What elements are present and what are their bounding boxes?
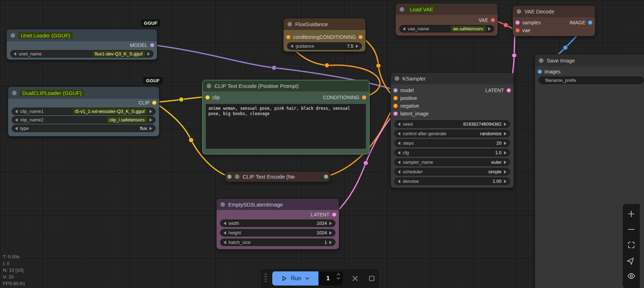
- widget-guidance[interactable]: guidance 7.5: [287, 42, 362, 50]
- spinner-up-icon[interactable]: [336, 273, 340, 276]
- decrement-arrow-icon[interactable]: [15, 127, 18, 130]
- decrement-arrow-icon[interactable]: [291, 44, 293, 48]
- images-input-port[interactable]: [537, 70, 542, 74]
- decrement-arrow-icon[interactable]: [398, 161, 400, 164]
- widget-height[interactable]: height 1024: [220, 229, 335, 236]
- fit-view-button[interactable]: [624, 237, 638, 253]
- reroute-dot-model[interactable]: [272, 66, 277, 70]
- decrement-arrow-icon[interactable]: [398, 132, 400, 136]
- widget-steps[interactable]: steps 20: [394, 139, 510, 147]
- decrement-arrow-icon[interactable]: [403, 27, 405, 31]
- positive-input-port[interactable]: [393, 96, 398, 101]
- collapsed-input-port[interactable]: [227, 174, 232, 179]
- latent-image-input-port[interactable]: [393, 112, 398, 116]
- stop-button[interactable]: [368, 275, 375, 282]
- increment-arrow-icon[interactable]: [150, 118, 152, 122]
- prompt-textarea[interactable]: anime woman, sensual pose, pink hair, bl…: [206, 104, 366, 149]
- increment-arrow-icon[interactable]: [329, 241, 332, 244]
- decrement-arrow-icon[interactable]: [14, 52, 16, 56]
- widget-denoise[interactable]: denoise 1.00: [394, 178, 510, 185]
- increment-arrow-icon[interactable]: [150, 127, 152, 130]
- collapse-dot[interactable]: [395, 76, 399, 81]
- conditioning-input-port[interactable]: [286, 35, 291, 40]
- decrement-arrow-icon[interactable]: [224, 231, 226, 235]
- collapse-dot[interactable]: [220, 202, 225, 207]
- reroute-dot-image[interactable]: [563, 46, 568, 50]
- widget-seed[interactable]: seed 819382746094382: [394, 120, 510, 128]
- increment-arrow-icon[interactable]: [150, 110, 152, 113]
- widget-scheduler[interactable]: scheduler simple: [394, 168, 510, 175]
- widget-clip-name1[interactable]: clip_name1 t5-v1_1-xxl-encoder-Q3_K_S.gg…: [12, 108, 156, 115]
- widget-vae-name[interactable]: vae_name ae.safetensors: [399, 25, 494, 32]
- increment-arrow-icon[interactable]: [504, 132, 506, 136]
- decrement-arrow-icon[interactable]: [398, 151, 400, 155]
- increment-arrow-icon[interactable]: [504, 122, 506, 126]
- decrement-arrow-icon[interactable]: [398, 180, 400, 183]
- node-graph-canvas[interactable]: GGUF GGUF Unet Loader (GGUF) MODEL unet_…: [0, 0, 644, 288]
- decrement-arrow-icon[interactable]: [15, 118, 18, 122]
- increment-arrow-icon[interactable]: [504, 161, 506, 164]
- node-dualclip-loader[interactable]: DualCLIPLoader (GGUF) CLIP clip_name1 t5…: [8, 86, 159, 137]
- increment-arrow-icon[interactable]: [504, 180, 506, 183]
- collapse-dot[interactable]: [539, 58, 543, 63]
- increment-arrow-icon[interactable]: [504, 151, 506, 155]
- samples-input-port[interactable]: [515, 20, 520, 25]
- node-load-vae[interactable]: Load VAE VAE vae_name ae.safetensors: [395, 3, 498, 36]
- decrement-arrow-icon[interactable]: [398, 142, 400, 145]
- model-output-port[interactable]: [150, 43, 154, 48]
- cancel-button[interactable]: [351, 275, 359, 282]
- widget-cfg[interactable]: cfg 1.0: [394, 149, 510, 156]
- collapse-dot[interactable]: [517, 9, 521, 14]
- conditioning-output-port[interactable]: [358, 35, 363, 40]
- decrement-arrow-icon[interactable]: [224, 241, 226, 244]
- vae-output-port[interactable]: [491, 18, 495, 23]
- decrement-arrow-icon[interactable]: [398, 122, 400, 126]
- conditioning-output-port[interactable]: [362, 95, 366, 100]
- reroute-dot-conditioning-1[interactable]: [325, 63, 329, 68]
- clip-input-port[interactable]: [205, 95, 210, 100]
- increment-arrow-icon[interactable]: [329, 231, 332, 235]
- pan-mode-button[interactable]: [624, 253, 638, 268]
- widget-unet-name[interactable]: unet_name flux1-dev-Q3_K_S.gguf: [10, 50, 153, 58]
- reroute-dot-latent-2[interactable]: [512, 53, 517, 58]
- increment-arrow-icon[interactable]: [488, 27, 491, 31]
- collapse-dot[interactable]: [12, 91, 17, 95]
- node-empty-sd3-latent-image[interactable]: EmptySD3LatentImage LATENT width 1024 he…: [216, 198, 339, 250]
- reroute-dot-latent-1[interactable]: [364, 161, 368, 166]
- widget-filename-prefix[interactable]: filename_prefix: [539, 77, 644, 84]
- node-flux-guidance[interactable]: FluxGuidance conditioning CONDITIONING g…: [283, 18, 366, 52]
- queue-toolbar[interactable]: Run 1: [260, 268, 380, 288]
- node-clip-text-encode-negative-collapsed[interactable]: CLIP Text Encode (Ne: [225, 171, 330, 182]
- zoom-in-button[interactable]: [624, 206, 638, 222]
- collapse-dot[interactable]: [11, 33, 15, 38]
- increment-arrow-icon[interactable]: [329, 222, 332, 225]
- decrement-arrow-icon[interactable]: [224, 222, 226, 225]
- widget-control-after-generate[interactable]: control after generate randomize: [394, 130, 510, 137]
- collapse-dot[interactable]: [235, 174, 239, 179]
- image-output-port[interactable]: [588, 20, 593, 25]
- widget-sampler-name[interactable]: sampler_name euler: [394, 158, 510, 166]
- negative-input-port[interactable]: [393, 104, 398, 108]
- decrement-arrow-icon[interactable]: [398, 170, 400, 174]
- zoom-out-button[interactable]: [624, 222, 638, 237]
- spinner-down-icon[interactable]: [336, 277, 340, 280]
- drag-handle-icon[interactable]: [265, 274, 267, 283]
- latent-output-port[interactable]: [332, 212, 336, 217]
- reroute-dot-clip-2[interactable]: [189, 138, 194, 143]
- widget-type[interactable]: type flux: [12, 125, 156, 132]
- queue-count-input[interactable]: 1: [318, 271, 343, 286]
- collapse-dot[interactable]: [287, 22, 292, 26]
- run-button[interactable]: Run: [272, 271, 318, 286]
- increment-arrow-icon[interactable]: [504, 170, 506, 174]
- node-clip-text-encode-positive[interactable]: CLIP Text Encode (Positive Prompt) clip …: [202, 80, 370, 155]
- increment-arrow-icon[interactable]: [147, 52, 150, 56]
- widget-width[interactable]: width 1024: [220, 220, 335, 227]
- toggle-visibility-button[interactable]: [624, 268, 638, 284]
- reroute-dot-clip-1[interactable]: [179, 97, 184, 102]
- reroute-dot-vae[interactable]: [504, 23, 508, 28]
- view-toolbar[interactable]: [623, 204, 640, 288]
- widget-batch-size[interactable]: batch_size 1: [220, 239, 335, 246]
- node-unet-loader[interactable]: Unet Loader (GGUF) MODEL unet_name flux1…: [6, 29, 157, 60]
- reroute-dot-conditioning-2[interactable]: [376, 64, 381, 68]
- node-vae-decode[interactable]: VAE Decode samples IMAGE vae: [512, 5, 595, 36]
